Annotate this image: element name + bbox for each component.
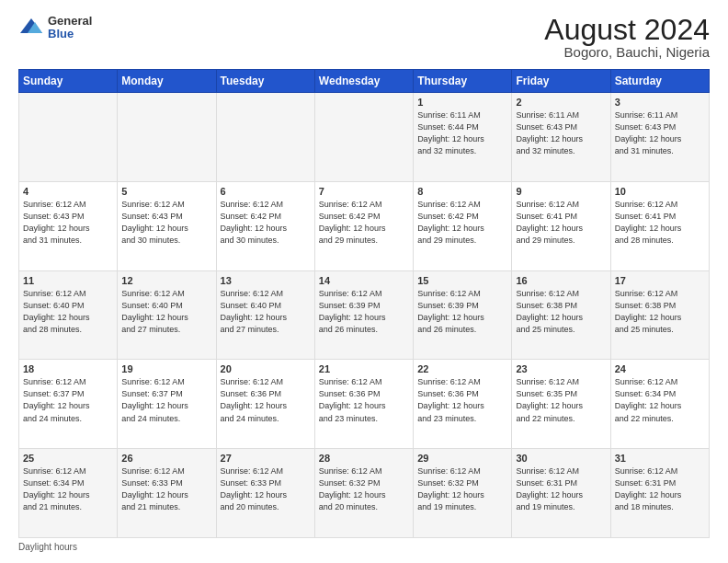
- calendar-table: SundayMondayTuesdayWednesdayThursdayFrid…: [18, 69, 710, 538]
- day-number: 21: [319, 363, 409, 374]
- day-info: Sunrise: 6:12 AM Sunset: 6:36 PM Dayligh…: [417, 376, 507, 424]
- weekday-header-sunday: Sunday: [19, 70, 118, 93]
- day-number: 4: [23, 186, 113, 197]
- day-info: Sunrise: 6:12 AM Sunset: 6:36 PM Dayligh…: [221, 376, 311, 424]
- calendar-week-5: 25Sunrise: 6:12 AM Sunset: 6:34 PM Dayli…: [19, 449, 710, 538]
- calendar-cell: 7Sunrise: 6:12 AM Sunset: 6:42 PM Daylig…: [314, 181, 413, 270]
- day-info: Sunrise: 6:12 AM Sunset: 6:38 PM Dayligh…: [516, 288, 606, 336]
- calendar-cell: 4Sunrise: 6:12 AM Sunset: 6:43 PM Daylig…: [19, 181, 118, 270]
- day-info: Sunrise: 6:12 AM Sunset: 6:38 PM Dayligh…: [615, 288, 705, 336]
- day-number: 31: [615, 453, 705, 464]
- day-number: 18: [23, 363, 113, 374]
- calendar-cell: 23Sunrise: 6:12 AM Sunset: 6:35 PM Dayli…: [512, 360, 610, 449]
- calendar-cell: 20Sunrise: 6:12 AM Sunset: 6:36 PM Dayli…: [216, 360, 314, 449]
- day-number: 30: [516, 453, 606, 464]
- calendar-cell: 31Sunrise: 6:12 AM Sunset: 6:31 PM Dayli…: [610, 449, 709, 538]
- day-info: Sunrise: 6:12 AM Sunset: 6:42 PM Dayligh…: [221, 199, 311, 247]
- day-number: 26: [121, 453, 211, 464]
- calendar-cell: 22Sunrise: 6:12 AM Sunset: 6:36 PM Dayli…: [414, 360, 512, 449]
- weekday-header-wednesday: Wednesday: [314, 70, 413, 93]
- day-number: 24: [615, 363, 705, 374]
- page: General Blue August 2024 Bogoro, Bauchi,…: [0, 0, 728, 563]
- logo: General Blue: [18, 15, 92, 41]
- calendar-cell: 29Sunrise: 6:12 AM Sunset: 6:32 PM Dayli…: [414, 449, 512, 538]
- calendar-cell: 25Sunrise: 6:12 AM Sunset: 6:34 PM Dayli…: [19, 449, 118, 538]
- calendar-cell: [216, 93, 314, 182]
- day-info: Sunrise: 6:12 AM Sunset: 6:40 PM Dayligh…: [221, 288, 311, 336]
- weekday-header-tuesday: Tuesday: [216, 70, 314, 93]
- day-info: Sunrise: 6:12 AM Sunset: 6:31 PM Dayligh…: [516, 465, 606, 513]
- day-info: Sunrise: 6:11 AM Sunset: 6:44 PM Dayligh…: [417, 109, 507, 157]
- weekday-header-row: SundayMondayTuesdayWednesdayThursdayFrid…: [19, 70, 710, 93]
- calendar-cell: 21Sunrise: 6:12 AM Sunset: 6:36 PM Dayli…: [314, 360, 413, 449]
- day-info: Sunrise: 6:12 AM Sunset: 6:34 PM Dayligh…: [23, 465, 113, 513]
- day-number: 20: [221, 363, 311, 374]
- day-number: 23: [516, 363, 606, 374]
- calendar-week-4: 18Sunrise: 6:12 AM Sunset: 6:37 PM Dayli…: [19, 360, 710, 449]
- day-number: 16: [516, 275, 606, 286]
- day-info: Sunrise: 6:12 AM Sunset: 6:32 PM Dayligh…: [319, 465, 409, 513]
- logo-text: General Blue: [48, 15, 92, 41]
- logo-icon: [18, 15, 44, 40]
- weekday-header-saturday: Saturday: [610, 70, 709, 93]
- calendar-cell: 5Sunrise: 6:12 AM Sunset: 6:43 PM Daylig…: [118, 181, 216, 270]
- day-number: 17: [615, 275, 705, 286]
- calendar-cell: 10Sunrise: 6:12 AM Sunset: 6:41 PM Dayli…: [610, 181, 709, 270]
- day-info: Sunrise: 6:12 AM Sunset: 6:37 PM Dayligh…: [23, 376, 113, 424]
- calendar-cell: 19Sunrise: 6:12 AM Sunset: 6:37 PM Dayli…: [118, 360, 216, 449]
- calendar-cell: 14Sunrise: 6:12 AM Sunset: 6:39 PM Dayli…: [314, 270, 413, 360]
- day-info: Sunrise: 6:12 AM Sunset: 6:35 PM Dayligh…: [516, 376, 606, 424]
- footer: Daylight hours: [18, 542, 710, 552]
- calendar-cell: 13Sunrise: 6:12 AM Sunset: 6:40 PM Dayli…: [216, 270, 314, 360]
- header: General Blue August 2024 Bogoro, Bauchi,…: [18, 15, 710, 60]
- weekday-header-thursday: Thursday: [414, 70, 512, 93]
- day-number: 3: [615, 97, 705, 108]
- calendar-cell: 15Sunrise: 6:12 AM Sunset: 6:39 PM Dayli…: [414, 270, 512, 360]
- day-number: 22: [417, 363, 507, 374]
- calendar-cell: 28Sunrise: 6:12 AM Sunset: 6:32 PM Dayli…: [314, 449, 413, 538]
- calendar-week-1: 1Sunrise: 6:11 AM Sunset: 6:44 PM Daylig…: [19, 93, 710, 182]
- calendar-week-3: 11Sunrise: 6:12 AM Sunset: 6:40 PM Dayli…: [19, 270, 710, 360]
- weekday-header-friday: Friday: [512, 70, 610, 93]
- day-info: Sunrise: 6:12 AM Sunset: 6:32 PM Dayligh…: [417, 465, 507, 513]
- day-info: Sunrise: 6:12 AM Sunset: 6:36 PM Dayligh…: [319, 376, 409, 424]
- calendar-cell: 9Sunrise: 6:12 AM Sunset: 6:41 PM Daylig…: [512, 181, 610, 270]
- day-info: Sunrise: 6:12 AM Sunset: 6:37 PM Dayligh…: [121, 376, 211, 424]
- day-number: 8: [417, 186, 507, 197]
- day-info: Sunrise: 6:11 AM Sunset: 6:43 PM Dayligh…: [516, 109, 606, 157]
- calendar-cell: 6Sunrise: 6:12 AM Sunset: 6:42 PM Daylig…: [216, 181, 314, 270]
- day-number: 5: [121, 186, 211, 197]
- day-number: 7: [319, 186, 409, 197]
- calendar-cell: 12Sunrise: 6:12 AM Sunset: 6:40 PM Dayli…: [118, 270, 216, 360]
- calendar-week-2: 4Sunrise: 6:12 AM Sunset: 6:43 PM Daylig…: [19, 181, 710, 270]
- day-info: Sunrise: 6:12 AM Sunset: 6:40 PM Dayligh…: [23, 288, 113, 336]
- calendar-cell: 24Sunrise: 6:12 AM Sunset: 6:34 PM Dayli…: [610, 360, 709, 449]
- footer-text: Daylight hours: [18, 542, 77, 552]
- calendar-cell: 16Sunrise: 6:12 AM Sunset: 6:38 PM Dayli…: [512, 270, 610, 360]
- calendar-cell: 18Sunrise: 6:12 AM Sunset: 6:37 PM Dayli…: [19, 360, 118, 449]
- day-number: 11: [23, 275, 113, 286]
- day-number: 19: [121, 363, 211, 374]
- calendar-subtitle: Bogoro, Bauchi, Nigeria: [544, 44, 710, 60]
- calendar-cell: 3Sunrise: 6:11 AM Sunset: 6:43 PM Daylig…: [610, 93, 709, 182]
- day-info: Sunrise: 6:12 AM Sunset: 6:31 PM Dayligh…: [615, 465, 705, 513]
- day-number: 13: [221, 275, 311, 286]
- day-number: 29: [417, 453, 507, 464]
- day-info: Sunrise: 6:12 AM Sunset: 6:43 PM Dayligh…: [121, 199, 211, 247]
- day-info: Sunrise: 6:12 AM Sunset: 6:42 PM Dayligh…: [319, 199, 409, 247]
- calendar-cell: 17Sunrise: 6:12 AM Sunset: 6:38 PM Dayli…: [610, 270, 709, 360]
- day-info: Sunrise: 6:12 AM Sunset: 6:41 PM Dayligh…: [615, 199, 705, 247]
- day-info: Sunrise: 6:12 AM Sunset: 6:40 PM Dayligh…: [121, 288, 211, 336]
- day-number: 12: [121, 275, 211, 286]
- day-info: Sunrise: 6:12 AM Sunset: 6:43 PM Dayligh…: [23, 199, 113, 247]
- day-info: Sunrise: 6:11 AM Sunset: 6:43 PM Dayligh…: [615, 109, 705, 157]
- title-block: August 2024 Bogoro, Bauchi, Nigeria: [544, 15, 710, 60]
- calendar-cell: [118, 93, 216, 182]
- calendar-cell: 26Sunrise: 6:12 AM Sunset: 6:33 PM Dayli…: [118, 449, 216, 538]
- calendar-cell: [314, 93, 413, 182]
- calendar-cell: [19, 93, 118, 182]
- day-number: 2: [516, 97, 606, 108]
- calendar-cell: 2Sunrise: 6:11 AM Sunset: 6:43 PM Daylig…: [512, 93, 610, 182]
- day-number: 28: [319, 453, 409, 464]
- calendar-title: August 2024: [544, 15, 710, 44]
